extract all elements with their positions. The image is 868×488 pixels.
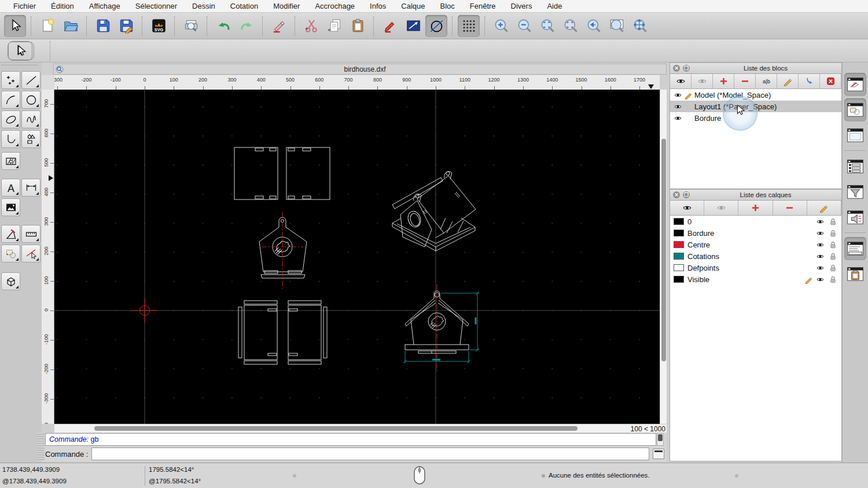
window-draw-dock-toggle[interactable] [844, 73, 866, 96]
layer-visibility-toggle[interactable] [816, 229, 829, 238]
spline-tool-button[interactable] [21, 110, 41, 128]
zoom-auto-button[interactable] [536, 15, 558, 37]
layer-color-swatch[interactable] [674, 264, 684, 271]
block-visibility-toggle[interactable] [674, 114, 684, 123]
dimension-tool-button[interactable] [21, 179, 41, 197]
print-preview-button[interactable] [180, 15, 202, 37]
save-button[interactable] [92, 15, 114, 37]
layers-minus-button[interactable] [773, 201, 807, 215]
document-titlebar[interactable]: birdhouse.dxf [53, 64, 667, 75]
drawing-canvas[interactable] [54, 90, 660, 424]
measure-tool-button[interactable] [1, 225, 20, 243]
zoom-select-button[interactable] [560, 15, 582, 37]
pen-attributes-button[interactable] [379, 15, 401, 37]
layer-row[interactable]: Visible [670, 273, 841, 285]
menu-affichage[interactable]: Affichage [82, 0, 128, 13]
svg-export-button[interactable]: SVG [148, 15, 170, 37]
menu-aide[interactable]: Aide [539, 0, 569, 13]
menu-infos[interactable]: Infos [362, 0, 393, 13]
menu-accrochage[interactable]: Accrochage [307, 0, 362, 13]
menu-calque[interactable]: Calque [393, 0, 432, 13]
blocks-panel-titlebar[interactable]: ✕ ❐ Liste des blocs [670, 63, 841, 74]
menu-fichier[interactable]: Fichier [6, 0, 43, 13]
float-icon[interactable]: ❐ [683, 65, 690, 72]
block-row[interactable]: Layout1 (*Paper_Space) [670, 101, 841, 112]
layers-panel-titlebar[interactable]: ✕ ❐ Liste des calques [670, 190, 841, 201]
layer-color-swatch[interactable] [674, 218, 684, 225]
blocks-minus-button[interactable] [734, 74, 756, 88]
float-icon[interactable]: ❐ [683, 191, 690, 198]
menu-modifier[interactable]: Modifier [266, 0, 307, 13]
layers-pencil-button[interactable] [807, 201, 841, 215]
menu-dessin[interactable]: Dessin [185, 0, 223, 13]
layer-row[interactable]: 0 [670, 216, 841, 227]
window-library-dock-toggle[interactable] [844, 124, 866, 147]
canvas-vertical-scrollbar[interactable] [660, 90, 667, 424]
layer-color-swatch[interactable] [674, 241, 684, 248]
layer-visibility-toggle[interactable] [816, 264, 829, 272]
paste-button[interactable] [347, 15, 369, 37]
polyline-tool-button[interactable] [1, 130, 20, 148]
zoom-in-button[interactable] [490, 15, 512, 37]
cursor-button[interactable] [4, 15, 26, 37]
layer-visibility-toggle[interactable] [816, 252, 829, 261]
circle-line-button[interactable] [425, 15, 447, 37]
circle-tool-button[interactable] [21, 91, 41, 109]
layer-lock-toggle[interactable] [829, 264, 841, 272]
block-row[interactable]: Model (*Model_Space) [670, 89, 841, 101]
block-visibility-toggle[interactable] [674, 91, 684, 99]
menu-edition[interactable]: Édition [43, 0, 82, 13]
copy-button[interactable] [323, 15, 345, 37]
hatch-tool-button[interactable] [1, 152, 20, 170]
menu-bloc[interactable]: Bloc [432, 0, 462, 13]
cut-button[interactable] [300, 15, 322, 37]
grid-button[interactable] [458, 15, 480, 37]
box3d-tool-button[interactable] [1, 272, 20, 290]
layer-lock-toggle[interactable] [829, 217, 841, 226]
polygon-tool-button[interactable] [21, 130, 41, 148]
layer-row[interactable]: Defpoints [670, 262, 841, 273]
new-file-button[interactable] [36, 15, 58, 37]
menu-cotation[interactable]: Cotation [223, 0, 266, 13]
command-detach-button[interactable] [653, 449, 664, 459]
window-horn-dock-toggle[interactable] [844, 206, 866, 229]
line-tool-button[interactable] [21, 71, 41, 89]
window-command-dock-toggle[interactable] [844, 237, 866, 260]
image-tool-button[interactable] [1, 198, 20, 216]
blocks-eye-button[interactable] [670, 74, 692, 88]
ruler-tool-tool-button[interactable] [21, 225, 41, 243]
zoom-window-button[interactable] [606, 15, 628, 37]
hscroll-thumb[interactable] [94, 426, 578, 431]
window-clipboard-dock-toggle[interactable] [844, 263, 866, 286]
text-tool-button[interactable]: A [1, 179, 20, 197]
layer-visibility-toggle[interactable] [816, 275, 829, 284]
close-icon[interactable]: ✕ [673, 191, 680, 198]
layer-color-swatch[interactable] [674, 230, 684, 236]
arc-tool-button[interactable] [1, 91, 20, 109]
cmd-scroll-thumb[interactable] [658, 434, 663, 441]
save-as-button[interactable] [115, 15, 137, 37]
vscroll-thumb[interactable] [661, 139, 666, 361]
close-icon[interactable]: ✕ [673, 65, 680, 72]
layers-eye-button[interactable] [670, 201, 704, 215]
block-visibility-toggle[interactable] [674, 102, 684, 111]
layer-color-swatch[interactable] [674, 276, 684, 283]
blocks-rename-button[interactable]: a|b [756, 74, 777, 88]
undo-button[interactable] [212, 15, 234, 37]
blocks-delete-button[interactable] [820, 74, 841, 88]
window-list-dock-toggle[interactable] [844, 155, 866, 178]
layer-row[interactable]: Cotations [670, 250, 841, 262]
blocks-eye-muted-button[interactable] [692, 74, 713, 88]
blocks-pencil-button[interactable] [777, 74, 799, 88]
menu-divers[interactable]: Divers [503, 0, 540, 13]
modify-tool-button[interactable] [21, 245, 41, 263]
menu-fenetre[interactable]: Fenêtre [462, 0, 503, 13]
blocks-plus-button[interactable] [713, 74, 734, 88]
open-folder-button[interactable] [60, 15, 82, 37]
ellipse-tool-button[interactable] [1, 110, 20, 128]
layer-lock-toggle[interactable] [829, 252, 841, 261]
block-row[interactable]: Bordure [670, 112, 841, 124]
command-history-scrollbar[interactable] [657, 433, 664, 446]
window-filter-dock-toggle[interactable] [844, 180, 866, 204]
zoom-prev-button[interactable] [583, 15, 605, 37]
